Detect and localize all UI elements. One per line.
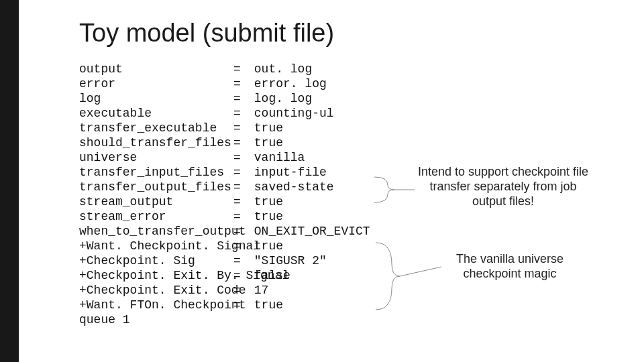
submit-value: 17 (247, 283, 268, 298)
submit-line: +Checkpoint. Exit. Code= 17 (79, 283, 370, 298)
submit-line: stream_error= true (79, 209, 370, 224)
equals-sign: = (233, 224, 247, 239)
submit-value: log. log (247, 91, 312, 106)
submit-key: stream_error (79, 209, 233, 224)
slide: Toy model (submit file) output= out. log… (0, 0, 644, 362)
equals-sign: = (233, 268, 247, 283)
left-accent-bar (0, 0, 19, 362)
equals-sign: = (233, 62, 247, 76)
submit-key: stream_output (79, 194, 233, 209)
submit-value: ON_EXIT_OR_EVICT (247, 224, 370, 239)
submit-value: vanilla (247, 150, 305, 165)
submit-line: +Checkpoint. Exit. By. Signal= false (79, 268, 370, 283)
equals-sign: = (233, 106, 247, 121)
equals-sign: = (233, 135, 247, 150)
equals-sign: = (233, 121, 247, 135)
submit-value: true (247, 135, 283, 150)
slide-title: Toy model (submit file) (79, 19, 334, 48)
submit-key: +Checkpoint. Exit. Code (79, 283, 233, 298)
submit-value: input-file (247, 165, 327, 180)
submit-line: output= out. log (79, 62, 370, 76)
submit-line: +Checkpoint. Sig= "SIGUSR 2" (79, 253, 370, 268)
submit-line: when_to_transfer_output= ON_EXIT_OR_EVIC… (79, 224, 370, 239)
equals-sign: = (233, 76, 247, 91)
annotation-vanilla-magic: The vanilla universe checkpoint magic (443, 251, 577, 281)
submit-key: log (79, 91, 233, 106)
equals-sign: = (233, 209, 247, 224)
submit-key: transfer_output_files (79, 180, 233, 194)
brace-icon (376, 237, 443, 318)
submit-key: transfer_executable (79, 121, 233, 135)
submit-value: saved-state (247, 180, 334, 194)
submit-value: true (247, 239, 283, 253)
annotation-checkpoint-transfer: Intend to support checkpoint file transf… (416, 164, 590, 208)
equals-sign: = (233, 180, 247, 194)
equals-sign: = (233, 194, 247, 209)
equals-sign: = (233, 91, 247, 106)
equals-sign: = (233, 239, 247, 253)
equals-sign: = (233, 150, 247, 165)
submit-value: "SIGUSR 2" (247, 253, 327, 268)
submit-value: true (247, 209, 283, 224)
submit-key: error (79, 76, 233, 91)
submit-value: error. log (247, 76, 327, 91)
submit-key: transfer_input_files (79, 165, 233, 180)
brace-icon (374, 173, 416, 206)
submit-key: +Want. FTOn. Checkpoint (79, 298, 233, 312)
submit-key: when_to_transfer_output (79, 224, 233, 239)
submit-key: +Checkpoint. Sig (79, 253, 233, 268)
submit-value: true (247, 298, 283, 312)
submit-line: transfer_output_files= saved-state (79, 180, 370, 194)
submit-value: out. log (247, 62, 312, 76)
equals-sign: = (233, 283, 247, 298)
submit-key: executable (79, 106, 233, 121)
equals-sign: = (233, 253, 247, 268)
submit-key: universe (79, 150, 233, 165)
submit-value: false (247, 268, 290, 283)
equals-sign: = (233, 298, 247, 312)
submit-key: should_transfer_files (79, 135, 233, 150)
submit-line: +Want. Checkpoint. Signal= true (79, 239, 370, 253)
submit-key: +Want. Checkpoint. Signal (79, 239, 233, 253)
equals-sign: = (233, 165, 247, 180)
submit-key: output (79, 62, 233, 76)
submit-value: true (247, 121, 283, 135)
submit-line: transfer_executable= true (79, 121, 370, 135)
submit-value: true (247, 194, 283, 209)
submit-line: stream_output= true (79, 194, 370, 209)
submit-key: +Checkpoint. Exit. By. Signal (79, 268, 233, 283)
submit-line: error= error. log (79, 76, 370, 91)
submit-line: transfer_input_files= input-file (79, 165, 370, 180)
submit-line: should_transfer_files= true (79, 135, 370, 150)
submit-line: executable= counting-ul (79, 106, 370, 121)
submit-value: counting-ul (247, 106, 334, 121)
submit-line: universe= vanilla (79, 150, 370, 165)
submit-line: log= log. log (79, 91, 370, 106)
submit-file-block: output= out. logerror= error. loglog= lo… (79, 62, 370, 327)
submit-line: +Want. FTOn. Checkpoint= true (79, 298, 370, 312)
submit-queue-line: queue 1 (79, 312, 370, 327)
